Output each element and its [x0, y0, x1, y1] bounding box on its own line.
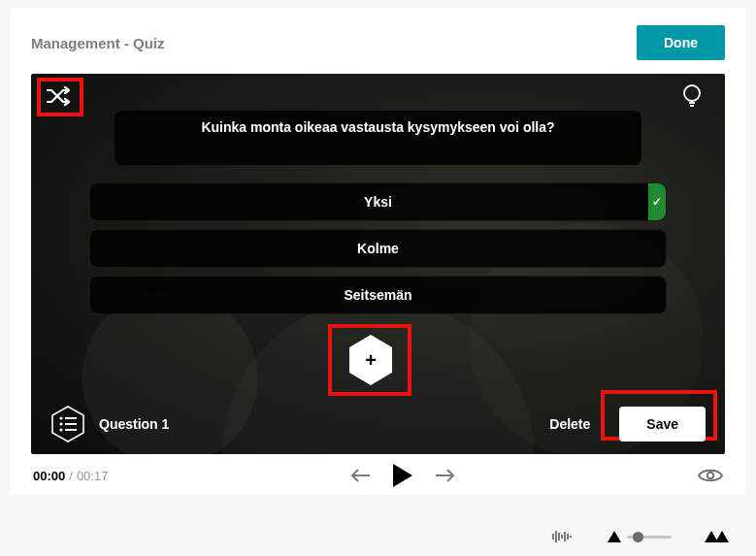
delete-button[interactable]: Delete: [549, 416, 590, 432]
answer-option-1[interactable]: Yksi ✓: [89, 182, 667, 221]
answer-option-3-label: Seitsemän: [344, 287, 411, 303]
waveform-icon[interactable]: [549, 530, 575, 543]
slider-knob[interactable]: [633, 532, 643, 542]
question-number-label: Question 1: [99, 416, 169, 432]
playback-controls: [108, 464, 698, 487]
editor-card: Management - Quiz Done Kuinka monta oike…: [10, 8, 746, 495]
stage-footer: Question 1 Delete Save: [31, 394, 725, 454]
svg-point-3: [59, 416, 62, 419]
header-bar: Management - Quiz Done: [31, 25, 725, 60]
timeline-bar: 00:00 / 00:17: [31, 454, 725, 489]
svg-rect-8: [65, 429, 77, 431]
prev-button[interactable]: [350, 468, 372, 483]
next-button[interactable]: [434, 468, 455, 483]
svg-rect-6: [65, 423, 77, 425]
svg-point-0: [684, 85, 700, 101]
done-button[interactable]: Done: [637, 25, 725, 60]
triangle-small-icon: [608, 531, 621, 542]
answer-option-1-label: Yksi: [364, 194, 392, 210]
svg-rect-4: [65, 417, 77, 419]
answer-option-2-label: Kolme: [357, 241, 399, 256]
answer-option-3[interactable]: Seitsemän: [89, 276, 667, 314]
answer-option-2[interactable]: Kolme: [89, 229, 667, 268]
time-separator: /: [69, 469, 73, 483]
zoom-strip: [10, 523, 746, 550]
lightbulb-icon[interactable]: [678, 82, 706, 110]
shuffle-icon[interactable]: [45, 82, 72, 110]
preview-icon[interactable]: [698, 468, 723, 483]
video-stage: Kuinka monta oikeaa vastausta kysymyksee…: [31, 74, 725, 454]
zoom-max-icon[interactable]: [705, 531, 729, 542]
time-duration: 00:17: [77, 469, 109, 483]
zoom-slider[interactable]: [608, 531, 672, 542]
play-button[interactable]: [393, 464, 412, 487]
checkmark-icon: ✓: [652, 195, 662, 209]
svg-point-5: [59, 422, 62, 425]
page-title: Management - Quiz: [31, 35, 165, 51]
question-prompt[interactable]: Kuinka monta oikeaa vastausta kysymyksee…: [115, 111, 641, 165]
save-button[interactable]: Save: [619, 407, 706, 442]
plus-icon: +: [365, 349, 377, 372]
svg-point-7: [59, 428, 62, 431]
play-icon: [393, 464, 412, 487]
add-answer-button[interactable]: +: [347, 334, 394, 386]
svg-point-9: [707, 473, 713, 478]
slider-track[interactable]: [627, 536, 672, 539]
time-current: 00:00: [33, 469, 65, 483]
question-badge-icon: [50, 405, 85, 443]
correct-indicator[interactable]: ✓: [648, 183, 666, 220]
